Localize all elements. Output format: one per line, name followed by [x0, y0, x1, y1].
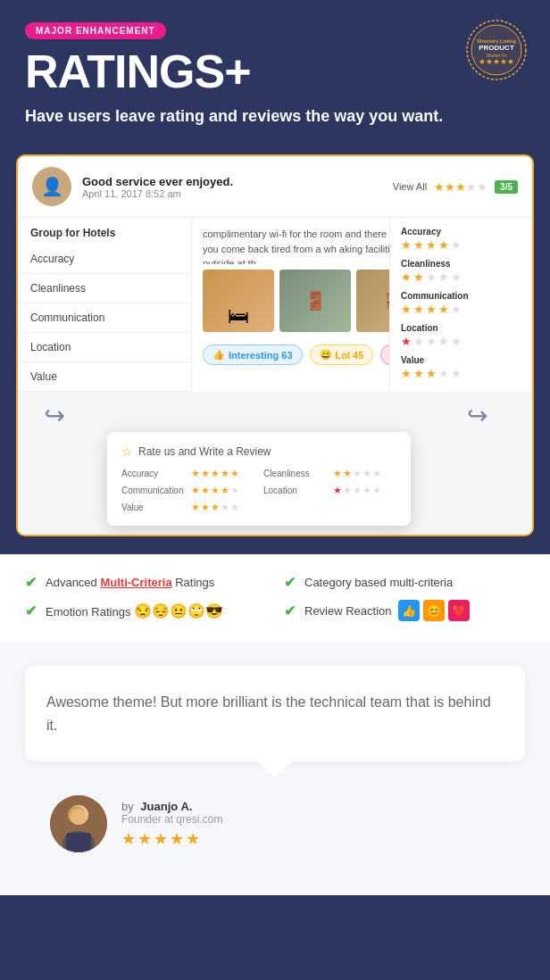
rating-badge: 3/5 — [495, 180, 518, 194]
door-icon: 🚪 — [304, 290, 327, 311]
wr-location-label: Location — [263, 486, 328, 495]
star-red-icon[interactable]: ★ — [333, 485, 342, 496]
star-empty-icon[interactable]: ★ — [343, 485, 352, 496]
criteria-cleanliness[interactable]: Cleanliness — [18, 274, 191, 303]
photo-2[interactable]: 🚪 — [279, 270, 351, 332]
star-icon[interactable]: ★ — [191, 485, 200, 496]
criteria-value[interactable]: Value — [18, 362, 191, 392]
star-icon[interactable]: ★ — [221, 468, 229, 479]
two-panel: Group for Hotels Accuracy Cleanliness Co… — [18, 218, 532, 392]
star-empty-icon: ★ — [451, 270, 462, 284]
feature-emotion: ✔ Emotion Ratings 😒😔😐🙄😎 — [25, 600, 266, 621]
star-icon: ★ — [401, 270, 412, 284]
star-icon[interactable]: ★ — [211, 468, 220, 479]
thumbs-reaction-icon: 👍 — [398, 600, 420, 621]
star-icon[interactable]: ★ — [343, 468, 352, 479]
star-icon[interactable]: ★ — [201, 468, 210, 479]
star-icon[interactable]: ★ — [201, 502, 210, 513]
star-icon[interactable]: ★ — [333, 468, 342, 479]
arrow-right-icon: ↪ — [467, 401, 488, 430]
testimonial-bottom: by Juanjo A. Founder at qresi.com ★★★★★ — [25, 777, 525, 877]
star-empty-icon[interactable]: ★ — [230, 485, 239, 496]
svg-text:PRODUCT: PRODUCT — [479, 44, 514, 52]
reviewer-date: April 11, 2017 8:52 am — [82, 188, 393, 199]
star-icon: ★ — [413, 238, 424, 252]
value-stars: ★ ★ ★ ★ ★ — [401, 367, 521, 380]
wr-communication-label: Communication — [121, 486, 186, 495]
wr-cleanliness-label: Cleanliness — [263, 469, 328, 478]
star-empty-icon[interactable]: ★ — [221, 502, 229, 513]
star-empty-icon[interactable]: ★ — [362, 485, 371, 496]
star-empty-icon[interactable]: ★ — [230, 502, 239, 513]
star-icon: ★ — [426, 367, 437, 380]
star-empty-icon[interactable]: ★ — [372, 485, 381, 496]
criteria-accuracy[interactable]: Accuracy — [18, 245, 191, 274]
reviewer-name: Good service ever enjoyed. — [82, 175, 393, 188]
author-stars: ★★★★★ — [121, 829, 222, 849]
view-all-link[interactable]: View All — [393, 181, 427, 192]
feature-reaction: ✔ Review Reaction 👍 😊 ❤️ — [284, 600, 525, 621]
check-icon: ✔ — [284, 602, 296, 619]
write-review-section: ↩ ↪ ☆ Rate us and Write a Review Accurac… — [18, 392, 532, 535]
star-empty-icon[interactable]: ★ — [372, 468, 381, 479]
communication-row: Communication ★ ★ ★ ★ ★ — [401, 291, 521, 316]
criteria-communication[interactable]: Communication — [18, 303, 191, 333]
star-icon[interactable]: ★ — [211, 485, 220, 496]
star-icon: ★ — [413, 303, 424, 316]
author-role: Founder at qresi.com — [121, 813, 222, 826]
wr-cleanliness: Cleanliness ★ ★ ★ ★ ★ — [263, 468, 396, 479]
wr-value-label: Value — [121, 502, 186, 512]
star-icon[interactable]: ★ — [230, 468, 239, 479]
author-by-label: by — [121, 800, 134, 813]
star-icon: ★ — [401, 238, 412, 252]
check-icon: ✔ — [284, 574, 296, 591]
write-review-label: Rate us and Write a Review — [138, 445, 271, 458]
write-review-card: ☆ Rate us and Write a Review Accuracy ★ … — [107, 432, 411, 526]
star-icon[interactable]: ★ — [201, 485, 210, 496]
star-empty-icon: ★★ — [466, 180, 488, 194]
location-stars: ★ ★ ★ ★ ★ — [401, 335, 521, 348]
cleanliness-label: Cleanliness — [401, 259, 521, 269]
star-empty-icon[interactable]: ★ — [353, 485, 362, 496]
photo-1[interactable]: 🛏 — [203, 270, 274, 332]
star-icon[interactable]: ★ — [221, 485, 229, 496]
features-grid: ✔ Advanced Multi-Criteria Ratings ✔ Cate… — [25, 574, 525, 621]
author-by: by Juanjo A. — [121, 800, 222, 813]
star-empty-icon: ★ — [451, 303, 462, 316]
star-empty-icon[interactable]: ★ — [362, 468, 371, 479]
review-header: 👤 Good service ever enjoyed. April 11, 2… — [18, 156, 532, 218]
lol-button[interactable]: 😄 Lol 45 — [310, 345, 374, 365]
feature-reaction-text: Review Reaction 👍 😊 ❤️ — [304, 600, 470, 621]
star-empty-icon[interactable]: ★ — [353, 468, 362, 479]
reaction-icons: 👍 😊 ❤️ — [398, 600, 470, 621]
star-icon[interactable]: ★ — [211, 502, 220, 513]
star-icon: ★ — [413, 367, 424, 380]
thumbs-icon: 👍 — [212, 349, 225, 361]
feature-emotion-text: Emotion Ratings 😒😔😐🙄😎 — [46, 602, 223, 619]
testimonial-text: Awesome theme! But more brilliant is the… — [46, 691, 504, 736]
location-row: Location ★ ★ ★ ★ ★ — [401, 323, 521, 348]
cleanliness-stars: ★ ★ ★ ★ ★ — [401, 270, 521, 284]
author-name: Juanjo A. — [140, 800, 192, 813]
star-icon: ★ — [413, 270, 424, 284]
star-icon[interactable]: ★ — [191, 502, 200, 513]
star-icon: ★ — [401, 367, 412, 380]
star-empty-icon: ★ — [426, 270, 437, 284]
wr-location: Location ★ ★ ★ ★ ★ — [263, 485, 396, 496]
top-section: MAJOR ENHANCEMENT Directory Listing PROD… — [0, 0, 550, 154]
star-empty-icon: ★ — [438, 367, 449, 380]
check-icon: ✔ — [25, 574, 37, 591]
star-outline-icon: ☆ — [121, 444, 133, 459]
star-empty-icon: ★ — [451, 367, 462, 380]
highlight-multicriteria: Multi-Criteria — [100, 576, 171, 589]
heart-reaction-icon: ❤️ — [448, 600, 470, 621]
criteria-location[interactable]: Location — [18, 333, 191, 362]
star-icon: ★★★ — [434, 180, 466, 194]
star-empty-icon: ★ — [438, 335, 449, 348]
wr-cleanliness-stars: ★ ★ ★ ★ ★ — [333, 468, 381, 479]
emotion-emojis: 😒😔😐🙄😎 — [134, 602, 223, 619]
page-subtitle: Have users leave rating and reviews the … — [25, 105, 525, 128]
star-icon[interactable]: ★ — [191, 468, 200, 479]
interesting-button[interactable]: 👍 Interesting 63 — [203, 345, 303, 365]
reviewer-info: Good service ever enjoyed. April 11, 201… — [82, 175, 393, 199]
